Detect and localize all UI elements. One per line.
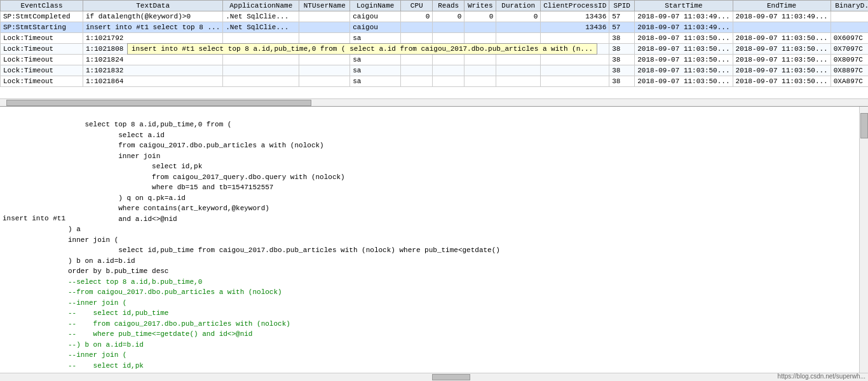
sql-line: select a.id: [5, 130, 854, 141]
hscroll-thumb[interactable]: [6, 100, 311, 106]
table-cell: 1:1021824: [83, 55, 223, 65]
sql-line: -- select id,pk: [5, 361, 854, 371]
tooltip-popup: insert into #t1 select top 8 a.id,pub_ti…: [127, 43, 597, 55]
sql-line: ) a: [5, 224, 854, 235]
sql-line: and a.id<>@nid: [5, 214, 854, 225]
table-cell: sa: [350, 55, 401, 65]
table-cell: 13436: [541, 22, 609, 33]
table-cell: [831, 22, 868, 33]
table-cell: 0X7097C: [831, 44, 868, 55]
table-cell: 0X6097C: [831, 33, 868, 44]
table-cell: [465, 22, 496, 33]
sql-line: from caigou_2017_query.dbo.query with (n…: [5, 172, 854, 183]
table-cell: [299, 33, 350, 44]
bottom-hscroll[interactable]: [0, 373, 868, 381]
table-cell: [496, 65, 541, 76]
sql-line: --inner join (: [5, 298, 854, 309]
top-hscroll[interactable]: [0, 98, 868, 107]
vscroll-thumb[interactable]: [860, 113, 868, 138]
table-cell: [465, 33, 496, 44]
table-cell: [401, 22, 433, 33]
sql-line: -- from caigou_2017.dbo.pub_articles wit…: [5, 319, 854, 330]
table-cell: [496, 22, 541, 33]
sql-line: ) b on a.id=b.id: [5, 256, 854, 267]
table-cell: 38: [609, 33, 635, 44]
table-cell: [401, 65, 433, 76]
table-cell: [465, 65, 496, 76]
table-cell: Lock:Timeout: [1, 76, 83, 87]
header-cpu: CPU: [401, 1, 433, 11]
header-clientpid: ClientProcessID: [541, 1, 609, 11]
sql-line: --inner join (: [5, 350, 854, 361]
table-cell: 0X8897C: [831, 65, 868, 76]
table-cell: 2018-09-07 11:03:50...: [635, 65, 733, 76]
sql-line: select id,pk: [5, 161, 854, 172]
table-cell: 0XA897C: [831, 76, 868, 87]
table-cell: Lock:Timeout: [1, 33, 83, 44]
table-cell: 2018-09-07 11:03:50...: [733, 44, 831, 55]
table-cell: insert into #t1 select top 8 ...: [83, 22, 223, 33]
vscroll[interactable]: [859, 107, 868, 381]
table-cell: 0X8097C: [831, 55, 868, 65]
table-cell: [299, 65, 350, 76]
header-eventclass: EventClass: [1, 1, 83, 11]
table-cell: 0: [496, 11, 541, 22]
table-cell: [541, 65, 609, 76]
header-reads: Reads: [433, 1, 465, 11]
sql-label: insert into #t1: [3, 215, 65, 222]
table-cell: 57: [609, 11, 635, 22]
table-cell: [299, 11, 350, 22]
table-cell: SP:StmtCompleted: [1, 11, 83, 22]
table-cell: 2018-09-07 11:03:50...: [733, 65, 831, 76]
sql-line: --) b on a.id=b.id: [5, 340, 854, 351]
header-textdata: TextData: [83, 1, 223, 11]
header-ntuser: NTUserName: [299, 1, 350, 11]
header-duration: Duration: [496, 1, 541, 11]
table-cell: [831, 11, 868, 22]
table-cell: SP:StmtStarting: [1, 22, 83, 33]
header-starttime: StartTime: [635, 1, 733, 11]
header-binarydata: BinaryD...: [831, 1, 868, 11]
table-cell: [433, 65, 465, 76]
bottom-hscroll-thumb[interactable]: [432, 374, 470, 380]
table-cell: 38: [609, 65, 635, 76]
header-spid: SPID: [609, 1, 635, 11]
table-cell: 2018-09-07 11:03:50...: [733, 76, 831, 87]
bottom-section-wrapper: insert into #t1 select top 8 a.id,pub_ti…: [0, 107, 868, 381]
table-cell: 38: [609, 55, 635, 65]
table-cell: [299, 76, 350, 87]
header-writes: Writes: [465, 1, 496, 11]
table-cell: sa: [350, 76, 401, 87]
sql-line: --select top 8 a.id,b.pub_time,0: [5, 277, 854, 288]
table-cell: [299, 55, 350, 65]
table-cell: sa: [350, 65, 401, 76]
table-header: EventClass TextData ApplicationName NTUs…: [1, 1, 869, 11]
table-cell: 13436: [541, 11, 609, 22]
table-cell: 0: [433, 11, 465, 22]
sql-line: select top 8 a.id,pub_time,0 from (: [5, 119, 854, 130]
table-cell: [465, 55, 496, 65]
table-cell: 2018-09-07 11:03:50...: [635, 33, 733, 44]
table-cell: 57: [609, 22, 635, 33]
table-cell: 2018-09-07 11:03:50...: [635, 44, 733, 55]
table-cell: .Net SqlClie...: [223, 11, 299, 22]
table-cell: [299, 22, 350, 33]
header-login: LoginName: [350, 1, 401, 11]
header-appname: ApplicationName: [223, 1, 299, 11]
table-cell: [465, 76, 496, 87]
table-cell: [433, 55, 465, 65]
table-cell: 2018-09-07 11:03:50...: [635, 76, 733, 87]
table-cell: [223, 55, 299, 65]
table-cell: [433, 33, 465, 44]
sql-line: inner join: [5, 151, 854, 162]
sql-line: from caigou_2017.dbo.pub_articles a with…: [5, 140, 854, 151]
table-cell: Lock:Timeout: [1, 44, 83, 55]
table-cell: [541, 55, 609, 65]
header-endtime: EndTime: [733, 1, 831, 11]
sql-content[interactable]: select top 8 a.id,pub_time,0 from ( sele…: [0, 107, 859, 381]
table-cell: 1:1021832: [83, 65, 223, 76]
bottom-section: select top 8 a.id,pub_time,0 from ( sele…: [0, 107, 868, 381]
table-cell: 2018-09-07 11:03:50...: [635, 55, 733, 65]
sql-line: --from caigou_2017.dbo.pub_articles a wi…: [5, 287, 854, 298]
table-cell: [433, 76, 465, 87]
